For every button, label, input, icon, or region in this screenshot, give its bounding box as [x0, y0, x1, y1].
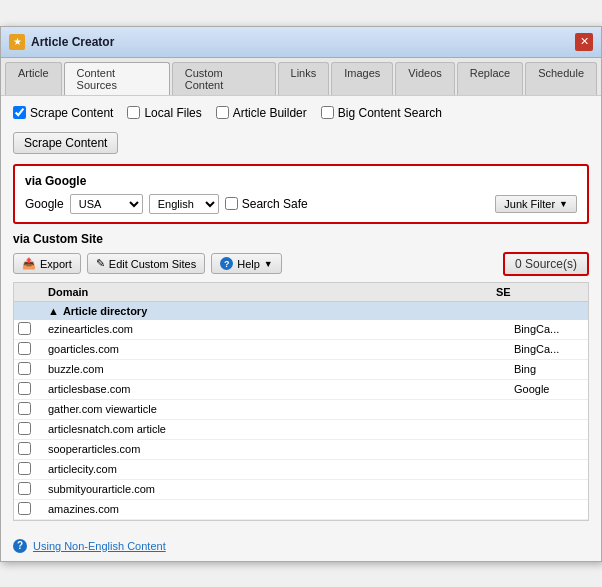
domain-cell: ezinearticles.com	[48, 323, 514, 335]
row-checkbox-5[interactable]	[18, 422, 31, 435]
junk-filter-button[interactable]: Junk Filter ▼	[495, 195, 577, 213]
article-builder-checkbox[interactable]: Article Builder	[216, 106, 307, 120]
scrape-content-input[interactable]	[13, 106, 26, 119]
se-cell: BingCa...	[514, 343, 584, 355]
col-checkbox	[18, 286, 48, 298]
domain-cell: articlesbase.com	[48, 383, 514, 395]
tab-links[interactable]: Links	[278, 62, 330, 95]
collapse-icon[interactable]: ▲	[48, 305, 59, 317]
scrape-content-button[interactable]: Scrape Content	[13, 132, 118, 154]
tab-article[interactable]: Article	[5, 62, 62, 95]
article-builder-input[interactable]	[216, 106, 229, 119]
help-circle-icon: ?	[220, 257, 233, 270]
row-checkbox-7[interactable]	[18, 462, 31, 475]
tab-images[interactable]: Images	[331, 62, 393, 95]
google-label: Google	[25, 197, 64, 211]
export-icon: 📤	[22, 257, 36, 270]
group-label: Article directory	[63, 305, 147, 317]
row-checkbox-2[interactable]	[18, 362, 31, 375]
table-row: submityourarticle.com	[14, 480, 588, 500]
language-select[interactable]: English French German Spanish	[149, 194, 219, 214]
row-checkbox-4[interactable]	[18, 402, 31, 415]
domain-cell: amazines.com	[48, 503, 514, 515]
help-button[interactable]: ? Help ▼	[211, 253, 282, 274]
col-se: SE	[496, 286, 566, 298]
search-safe-input[interactable]	[225, 197, 238, 210]
via-google-section: via Google Google USA UK Canada Australi…	[13, 164, 589, 224]
edit-icon: ✎	[96, 257, 105, 270]
domain-cell: articlecity.com	[48, 463, 514, 475]
main-content: Scrape Content Local Files Article Build…	[1, 96, 601, 531]
row-checkbox-0[interactable]	[18, 322, 31, 335]
se-cell: Bing	[514, 363, 584, 375]
country-select[interactable]: USA UK Canada Australia	[70, 194, 143, 214]
edit-custom-sites-button[interactable]: ✎ Edit Custom Sites	[87, 253, 205, 274]
domain-cell: buzzle.com	[48, 363, 514, 375]
domain-cell: articlesnatch.com article	[48, 423, 514, 435]
search-safe-checkbox[interactable]: Search Safe	[225, 197, 308, 211]
article-creator-window: ★ Article Creator ✕ Article Content Sour…	[0, 26, 602, 562]
tab-custom-content[interactable]: Custom Content	[172, 62, 276, 95]
row-checkbox-8[interactable]	[18, 482, 31, 495]
table-row: ezinearticles.com BingCa...	[14, 320, 588, 340]
tab-schedule[interactable]: Schedule	[525, 62, 597, 95]
junk-filter-area: Junk Filter ▼	[495, 195, 577, 213]
table-row: amazines.com	[14, 500, 588, 520]
footer: ? Using Non-English Content	[1, 531, 601, 561]
table-body: ▲ Article directory ezinearticles.com Bi…	[14, 302, 588, 520]
local-files-input[interactable]	[127, 106, 140, 119]
via-custom-site-section: via Custom Site 📤 Export ✎ Edit Custom S…	[13, 232, 589, 276]
domain-cell: sooperarticles.com	[48, 443, 514, 455]
table-row: articlesnatch.com article	[14, 420, 588, 440]
non-english-link[interactable]: Using Non-English Content	[33, 540, 166, 552]
window-title: Article Creator	[31, 35, 114, 49]
chevron-down-icon: ▼	[559, 199, 568, 209]
se-cell: BingCa...	[514, 323, 584, 335]
domain-cell: goarticles.com	[48, 343, 514, 355]
via-google-title: via Google	[25, 174, 577, 188]
big-content-search-checkbox[interactable]: Big Content Search	[321, 106, 442, 120]
table-row: goarticles.com BingCa...	[14, 340, 588, 360]
tab-bar: Article Content Sources Custom Content L…	[1, 58, 601, 96]
domain-cell: submityourarticle.com	[48, 483, 514, 495]
via-custom-title: via Custom Site	[13, 232, 589, 246]
row-checkbox-6[interactable]	[18, 442, 31, 455]
tab-videos[interactable]: Videos	[395, 62, 454, 95]
sources-badge: 0 Source(s)	[503, 252, 589, 276]
custom-controls: 📤 Export ✎ Edit Custom Sites ? Help ▼ 0 …	[13, 252, 589, 276]
table-row: articlecity.com	[14, 460, 588, 480]
table-row: articlesbase.com Google	[14, 380, 588, 400]
table-row: buzzle.com Bing	[14, 360, 588, 380]
close-button[interactable]: ✕	[575, 33, 593, 51]
help-icon: ?	[13, 539, 27, 553]
big-content-search-input[interactable]	[321, 106, 334, 119]
group-header: ▲ Article directory	[14, 302, 588, 320]
local-files-checkbox[interactable]: Local Files	[127, 106, 201, 120]
row-checkbox-9[interactable]	[18, 502, 31, 515]
row-checkbox-3[interactable]	[18, 382, 31, 395]
google-controls: Google USA UK Canada Australia English F…	[25, 194, 577, 214]
app-icon: ★	[9, 34, 25, 50]
scrape-content-checkbox[interactable]: Scrape Content	[13, 106, 113, 120]
title-bar-left: ★ Article Creator	[9, 34, 114, 50]
title-bar: ★ Article Creator ✕	[1, 27, 601, 58]
se-cell: Google	[514, 383, 584, 395]
table-header: Domain SE	[14, 283, 588, 302]
table-row: sooperarticles.com	[14, 440, 588, 460]
table-row: gather.com viewarticle	[14, 400, 588, 420]
domain-cell: gather.com viewarticle	[48, 403, 514, 415]
checkbox-row: Scrape Content Local Files Article Build…	[13, 106, 589, 120]
tab-replace[interactable]: Replace	[457, 62, 523, 95]
sources-table: Domain SE ▲ Article directory ezineartic…	[13, 282, 589, 521]
row-checkbox-1[interactable]	[18, 342, 31, 355]
export-button[interactable]: 📤 Export	[13, 253, 81, 274]
col-domain: Domain	[48, 286, 496, 298]
tab-content-sources[interactable]: Content Sources	[64, 62, 170, 95]
help-chevron-icon: ▼	[264, 259, 273, 269]
